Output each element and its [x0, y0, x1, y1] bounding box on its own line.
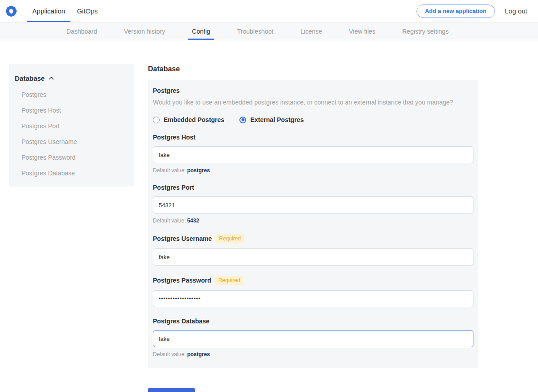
radio-embedded-label: Embedded Postgres [164, 116, 224, 123]
postgres-password-input[interactable] [153, 290, 473, 307]
topnav-right: Add a new application Log out [417, 4, 527, 18]
default-value-helper: Default value:postgres [153, 167, 473, 174]
top-navbar: Application GitOps Add a new application… [0, 0, 538, 22]
field-postgres-host: Postgres Host Default value:postgres [153, 134, 473, 174]
app-subnav: Dashboard Version history Config Trouble… [0, 22, 538, 40]
field-postgres-port: Postgres Port Default value:5432 [153, 184, 473, 224]
postgres-mode-radios: Embedded Postgres External Postgres [153, 116, 473, 123]
subtab-version-history[interactable]: Version history [124, 22, 165, 40]
field-postgres-username: Postgres Username Required [153, 234, 473, 266]
field-label: Postgres Host [153, 134, 195, 141]
top-tabs: Application GitOps [32, 0, 98, 22]
page-title: Database [148, 65, 478, 73]
default-value: 5432 [187, 218, 199, 224]
default-value-prefix: Default value: [153, 351, 186, 357]
postgres-database-input[interactable] [153, 330, 473, 347]
group-description: Would you like to use an embedded postgr… [153, 98, 473, 107]
tab-gitops[interactable]: GitOps [77, 0, 98, 22]
sidebar-item-postgres[interactable]: Postgres [9, 90, 134, 99]
logout-link[interactable]: Log out [505, 7, 527, 15]
tab-gitops-label: GitOps [77, 7, 98, 15]
default-value-helper: Default value:5432 [153, 218, 473, 224]
tab-application[interactable]: Application [32, 0, 65, 22]
subtab-registry-settings[interactable]: Registry settings [402, 22, 448, 40]
field-label: Postgres Database [153, 318, 209, 325]
sidebar-items: Postgres Postgres Host Postgres Port Pos… [9, 90, 134, 178]
tab-application-label: Application [32, 7, 65, 15]
radio-external-postgres[interactable]: External Postgres [239, 116, 304, 123]
radio-external-label: External Postgres [250, 116, 304, 123]
subtab-dashboard[interactable]: Dashboard [66, 22, 97, 40]
postgres-port-input[interactable] [153, 196, 473, 213]
sidebar-item-postgres-username[interactable]: Postgres Username [9, 137, 134, 146]
postgres-username-input[interactable] [153, 248, 473, 266]
group-name: Postgres [153, 87, 473, 94]
postgres-host-input[interactable] [153, 146, 473, 163]
chevron-up-icon [48, 76, 54, 80]
default-value: postgres [187, 167, 210, 174]
sidebar-item-postgres-port[interactable]: Postgres Port [9, 122, 134, 131]
config-sidebar: Database Postgres Postgres Host Postgres… [9, 64, 134, 187]
subtab-view-files[interactable]: View files [349, 22, 375, 40]
subtab-troubleshoot[interactable]: Troubleshoot [237, 22, 273, 40]
default-value-prefix: Default value: [153, 167, 186, 174]
required-badge: Required [215, 276, 243, 285]
replicated-logo-icon[interactable] [5, 5, 17, 17]
save-config-button[interactable]: Save config [148, 388, 195, 392]
field-label: Postgres Username [153, 235, 212, 242]
subtab-config[interactable]: Config [192, 22, 210, 40]
default-value-prefix: Default value: [153, 218, 186, 224]
database-config-panel: Postgres Would you like to use an embedd… [148, 80, 478, 368]
main-area: Database Postgres Postgres Host Postgres… [0, 64, 538, 392]
sidebar-item-postgres-database[interactable]: Postgres Database [9, 169, 134, 178]
field-postgres-password: Postgres Password Required [153, 276, 473, 307]
radio-checked-icon [239, 117, 246, 123]
radio-unchecked-icon [153, 117, 160, 123]
config-content: Database Postgres Would you like to use … [148, 64, 478, 392]
field-label: Postgres Port [153, 184, 194, 191]
required-badge: Required [216, 234, 244, 243]
field-label: Postgres Password [153, 277, 211, 284]
default-value: postgres [187, 351, 210, 357]
field-postgres-database: Postgres Database Default value:postgres [153, 318, 473, 357]
sidebar-group-label: Database [15, 74, 45, 82]
add-application-button[interactable]: Add a new application [417, 4, 495, 18]
radio-embedded-postgres[interactable]: Embedded Postgres [153, 116, 224, 123]
default-value-helper: Default value:postgres [153, 351, 473, 357]
sidebar-item-postgres-host[interactable]: Postgres Host [9, 106, 134, 115]
sidebar-group-database[interactable]: Database [9, 74, 134, 82]
subtab-license[interactable]: License [300, 22, 322, 40]
sidebar-item-postgres-password[interactable]: Postgres Password [9, 153, 134, 162]
